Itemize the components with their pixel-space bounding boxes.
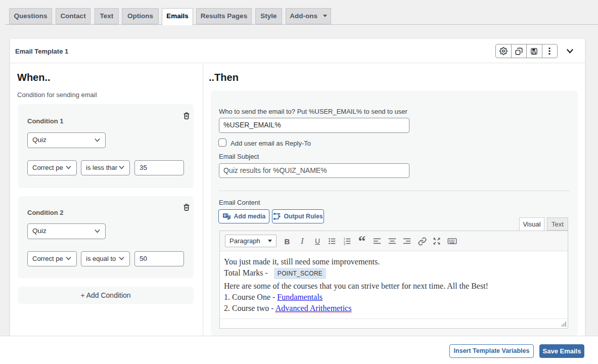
svg-text:3: 3 — [344, 243, 345, 246]
